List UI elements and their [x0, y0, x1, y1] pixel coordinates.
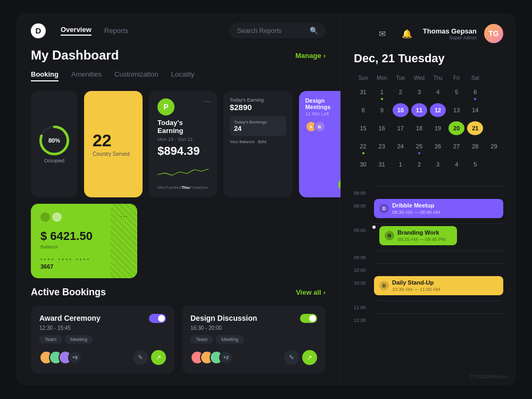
- cal-day[interactable]: 9: [372, 101, 391, 119]
- cal-day[interactable]: 6: [466, 83, 485, 101]
- meetings-go-button[interactable]: ↗: [338, 178, 340, 191]
- bookings-stat-row: Today's Bookings 24: [230, 116, 286, 136]
- booking-2-title: Design Discussion: [190, 314, 257, 322]
- edit-button-2[interactable]: ✎: [284, 350, 299, 365]
- go-button-2[interactable]: ↗: [302, 350, 317, 365]
- cal-day[interactable]: 31: [354, 83, 372, 101]
- cal-day[interactable]: 26: [429, 137, 447, 155]
- notification-icon[interactable]: 🔔: [398, 25, 415, 42]
- booking-1-toggle[interactable]: [149, 314, 166, 323]
- cal-day[interactable]: 21: [466, 119, 485, 137]
- cal-day[interactable]: 16: [372, 119, 391, 137]
- edit-button-1[interactable]: ✎: [133, 350, 148, 365]
- manage-button[interactable]: Manage ›: [295, 52, 326, 60]
- cal-day[interactable]: 5: [447, 83, 466, 101]
- cal-day[interactable]: 27: [447, 137, 466, 155]
- tab-amenities[interactable]: Amenities: [71, 70, 102, 81]
- event-dribble[interactable]: D Dribble Meetup 08:30 AM — 08:40 AM: [374, 199, 503, 218]
- cal-day[interactable]: 4: [447, 155, 466, 173]
- card-dots: •••• •••• ••••: [40, 256, 128, 262]
- cal-day[interactable]: 15: [354, 119, 372, 137]
- cal-day[interactable]: 1: [391, 155, 410, 173]
- balance-menu[interactable]: ⋯: [120, 212, 128, 222]
- earning-date: Mon 15 - Sun 21: [157, 137, 209, 142]
- cal-day[interactable]: 13: [447, 101, 466, 119]
- time-slot-1000: 10:00: [354, 263, 503, 273]
- avatar-2: B: [314, 121, 326, 132]
- cal-day[interactable]: 28: [466, 137, 485, 155]
- booking-2-toggle[interactable]: [300, 314, 317, 323]
- cal-day[interactable]: 14: [466, 101, 485, 119]
- today-earning-amount: $2890: [230, 103, 286, 112]
- balance-stat: Your Balance $2M: [230, 139, 286, 144]
- cal-day[interactable]: 19: [429, 119, 447, 137]
- view-all-button[interactable]: View all ›: [296, 288, 326, 296]
- bookings-title: Active Bookings: [31, 287, 106, 298]
- watermark: ©TOOOPEN.com: [470, 374, 508, 379]
- time-area-0800: [374, 186, 503, 189]
- cal-day[interactable]: 25: [410, 137, 428, 155]
- balance-amount: $ 6421.50: [40, 229, 128, 243]
- cal-day[interactable]: 2: [391, 83, 410, 101]
- user-avatar[interactable]: TG: [484, 24, 503, 43]
- time-label-0900: 09:00: [354, 223, 374, 233]
- cal-day[interactable]: 3: [410, 83, 428, 101]
- bookings-row: Award Ceremony 12:30 - 15:45 Team Meetin…: [31, 305, 326, 373]
- event-branding[interactable]: B Branding Work 09:15 AM — 09:45 PM: [379, 226, 457, 245]
- cal-day[interactable]: 12: [429, 101, 447, 119]
- booking-1-avatars: +9: [39, 351, 82, 364]
- nav-reports[interactable]: Reports: [104, 27, 129, 35]
- card-number: 3667: [40, 263, 128, 270]
- tab-customization[interactable]: Customization: [114, 70, 158, 81]
- cal-header-tue: Tue: [391, 73, 410, 83]
- cal-header-thu: Thu: [429, 73, 447, 83]
- go-button-1[interactable]: ↗: [151, 350, 166, 365]
- cal-day[interactable]: 11: [410, 101, 428, 119]
- user-row: ✉ 🔔 Thomas Gepsan Super Admin TG: [354, 24, 503, 43]
- earning-menu[interactable]: ⋯: [203, 97, 211, 106]
- event-icon-b: B: [385, 231, 394, 240]
- cal-day[interactable]: 5: [466, 155, 485, 173]
- tab-booking[interactable]: Booking: [31, 70, 59, 81]
- today-earning-label: Today's Earning: [230, 97, 286, 103]
- event-standup-title: Daily Stand-Up: [392, 279, 440, 286]
- widgets-row-1: 80% Occupied 22 Country Served P Today's…: [31, 91, 326, 197]
- tab-locality[interactable]: Locality: [171, 70, 194, 81]
- time-line-1100: [374, 301, 503, 301]
- cal-day[interactable]: 20: [447, 119, 466, 137]
- cal-day[interactable]: 24: [391, 137, 410, 155]
- time-slot-1030: 10:30 D Daily Stand-Up 10:30 AM — 11:00 …: [354, 276, 503, 297]
- nav-overview[interactable]: Overview: [61, 26, 92, 36]
- mini-chart-svg: [157, 162, 209, 181]
- cal-day[interactable]: 31: [372, 155, 391, 173]
- cal-day[interactable]: 4: [429, 83, 447, 101]
- time-label-1130: 11:30: [354, 313, 374, 323]
- search-input[interactable]: [237, 27, 305, 35]
- booking-card-1: Award Ceremony 12:30 - 15:45 Team Meetin…: [31, 305, 174, 373]
- meetings-card: Design Meetings 11 Min Left A B ↗: [299, 91, 340, 197]
- mail-icon[interactable]: ✉: [374, 25, 391, 42]
- meetings-title: Design Meetings: [305, 97, 340, 110]
- cal-day[interactable]: 17: [391, 119, 410, 137]
- cal-day[interactable]: 10: [391, 101, 410, 119]
- cal-day[interactable]: 30: [354, 155, 372, 173]
- booking-2-tags: Team Meeting: [190, 335, 317, 344]
- cal-day[interactable]: 2: [410, 155, 428, 173]
- booking-1-footer: +9 ✎ ↗: [39, 350, 166, 365]
- booking-card-2: Design Discussion 16:30 - 20:00 Team Mee…: [182, 305, 326, 373]
- cal-day[interactable]: 8: [354, 101, 372, 119]
- cal-day[interactable]: 3: [429, 155, 447, 173]
- earning-days: Mon Tue Wed Thu Fri Sat Sun: [157, 185, 209, 190]
- cal-day[interactable]: 18: [410, 119, 428, 137]
- cal-day[interactable]: 1: [372, 83, 391, 101]
- cal-day[interactable]: 22: [354, 137, 372, 155]
- search-bar[interactable]: 🔍: [230, 23, 326, 38]
- cal-day[interactable]: 29: [485, 137, 503, 155]
- event-dribble-title: Dribble Meetup: [392, 202, 440, 209]
- time-label-0830: 08:30: [354, 199, 374, 209]
- app-container: D Overview Reports 🔍 My Dashboard Manage…: [16, 13, 516, 386]
- meetings-subtitle: 11 Min Left: [305, 111, 340, 117]
- event-standup[interactable]: D Daily Stand-Up 10:30 AM — 11:00 AM: [374, 276, 503, 295]
- cal-day[interactable]: 23: [372, 137, 391, 155]
- bookings-value: 24: [234, 124, 282, 132]
